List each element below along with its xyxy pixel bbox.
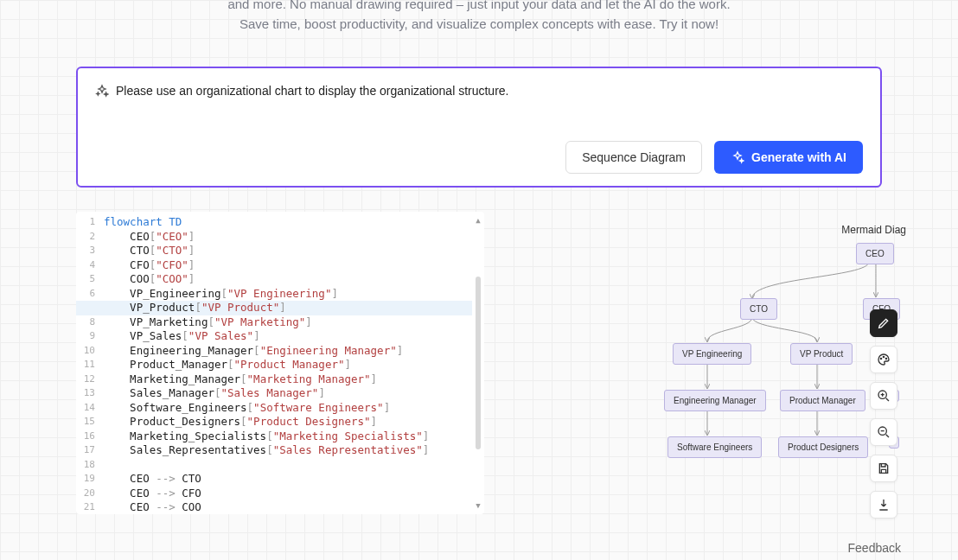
save-icon [877, 461, 891, 475]
zoom-in-icon [877, 389, 891, 403]
scroll-up-icon[interactable]: ▲ [476, 213, 480, 228]
node-prod-des[interactable]: Product Designers [778, 436, 868, 458]
code-line[interactable]: CEO --> CTO [104, 472, 472, 487]
code-line[interactable] [104, 458, 472, 473]
code-line[interactable]: Marketing_Manager["Marketing Manager"] [104, 372, 472, 387]
code-line[interactable]: flowchart TD [104, 215, 472, 230]
feedback-link[interactable]: Feedback [848, 541, 901, 555]
line-gutter: 123456789101112131415161718192021 [76, 215, 100, 514]
code-line[interactable]: VP_Sales["VP Sales"] [104, 329, 472, 344]
code-line[interactable]: Software_Engineers["Software Engineers"] [104, 401, 472, 416]
node-ceo[interactable]: CEO [856, 243, 894, 264]
tool-column [870, 309, 897, 519]
svg-point-0 [880, 358, 881, 359]
editor-scrollbar[interactable]: ▲ ▼ [474, 213, 482, 512]
hero-subtitle: and more. No manual drawing required – j… [0, 0, 958, 34]
code-line[interactable]: CEO --> COO [104, 500, 472, 514]
prompt-box: Please use an organizational chart to di… [76, 67, 882, 188]
diagram-title: Mermaid Diag [841, 224, 906, 236]
code-line[interactable]: CEO["CEO"] [104, 230, 472, 245]
code-line[interactable]: VP_Marketing["VP Marketing"] [104, 315, 472, 330]
zoom-in-button[interactable] [870, 382, 897, 410]
palette-icon [877, 353, 891, 366]
download-icon [877, 498, 891, 512]
prompt-text[interactable]: Please use an organizational chart to di… [116, 84, 509, 98]
code-lines[interactable]: flowchart TD CEO["CEO"] CTO["CTO"] CFO["… [104, 215, 472, 514]
code-line[interactable]: Product_Designers["Product Designers"] [104, 415, 472, 430]
node-cto[interactable]: CTO [740, 298, 777, 320]
zoom-out-button[interactable] [870, 418, 897, 446]
node-eng-mgr[interactable]: Engineering Manager [664, 390, 766, 411]
sparkle-icon [731, 150, 744, 164]
palette-button[interactable] [870, 346, 897, 373]
code-line[interactable]: Engineering_Manager["Engineering Manager… [104, 344, 472, 359]
node-vp-prod[interactable]: VP Product [790, 343, 853, 365]
code-line[interactable]: COO["COO"] [104, 272, 472, 287]
generate-ai-button[interactable]: Generate with AI [714, 141, 863, 174]
code-line[interactable]: CTO["CTO"] [104, 244, 472, 258]
code-line[interactable]: Product_Manager["Product Manager"] [104, 358, 472, 372]
code-line[interactable]: Marketing_Specialists["Marketing Special… [104, 430, 472, 444]
edit-button[interactable] [870, 309, 897, 337]
save-button[interactable] [870, 455, 897, 482]
svg-point-2 [885, 358, 886, 359]
sparkle-icon [95, 84, 109, 98]
svg-point-1 [883, 356, 884, 357]
node-prod-mgr[interactable]: Product Manager [780, 390, 865, 411]
node-sw-eng[interactable]: Software Engineers [667, 436, 762, 458]
code-line[interactable]: Sales_Representatives["Sales Representat… [104, 443, 472, 458]
code-line[interactable]: CEO --> CFO [104, 487, 472, 501]
diagram-pane[interactable]: Mermaid Diag CEO CTO CFO VP Engineering … [501, 212, 906, 514]
code-line[interactable]: Sales_Manager["Sales Manager"] [104, 386, 472, 401]
sequence-diagram-button[interactable]: Sequence Diagram [565, 141, 702, 174]
scroll-down-icon[interactable]: ▼ [476, 499, 480, 513]
code-line[interactable]: VP_Engineering["VP Engineering"] [104, 287, 472, 302]
code-line[interactable]: VP_Product["VP Product"] [76, 301, 472, 315]
scroll-thumb[interactable] [476, 277, 481, 449]
code-editor[interactable]: 123456789101112131415161718192021 flowch… [76, 212, 484, 514]
pencil-icon [877, 316, 891, 330]
download-button[interactable] [870, 491, 897, 519]
zoom-out-icon [877, 425, 891, 439]
code-line[interactable]: CFO["CFO"] [104, 258, 472, 273]
node-vp-eng[interactable]: VP Engineering [673, 343, 751, 365]
